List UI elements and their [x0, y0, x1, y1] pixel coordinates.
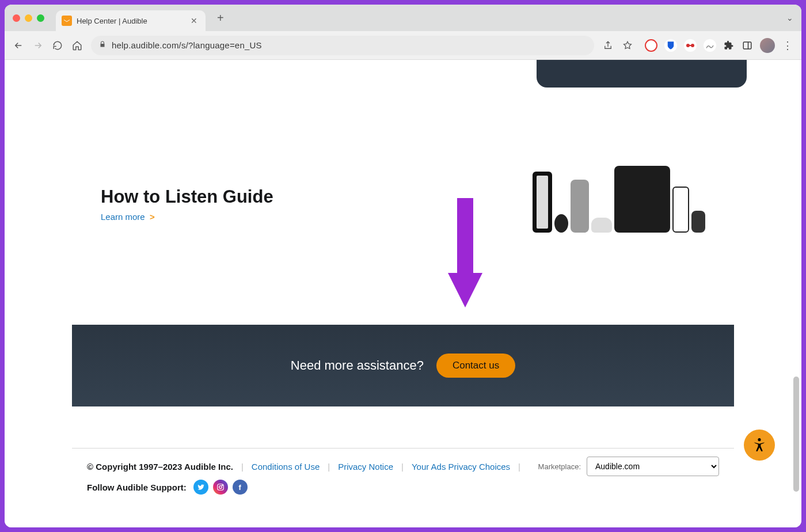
side-panel-icon[interactable]	[742, 40, 753, 51]
guide-heading: How to Listen Guide	[101, 187, 273, 207]
devices-image	[533, 152, 705, 233]
annotation-arrow	[442, 198, 488, 316]
lock-icon	[99, 41, 106, 50]
maximize-window-button[interactable]	[37, 14, 44, 22]
minimize-window-button[interactable]	[25, 14, 32, 22]
extension-bitwarden-icon[interactable]	[664, 39, 677, 52]
conditions-link[interactable]: Conditions of Use	[252, 462, 320, 472]
browser-toolbar: help.audible.com/s/?language=en_US	[5, 31, 801, 60]
marketplace-select[interactable]: Audible.com	[587, 457, 719, 476]
extension-adblock-icon[interactable]	[645, 39, 657, 52]
audible-favicon	[62, 16, 72, 26]
marketplace-label: Marketplace:	[538, 462, 581, 471]
svg-point-7	[758, 438, 761, 441]
contact-us-button[interactable]: Contact us	[436, 354, 515, 378]
listen-guide-section: How to Listen Guide Learn more >	[72, 187, 734, 267]
privacy-link[interactable]: Privacy Notice	[338, 462, 393, 472]
assistance-prompt: Need more assistance?	[291, 358, 424, 373]
browser-tab[interactable]: Help Center | Audible ✕	[56, 10, 206, 31]
window-controls	[13, 14, 44, 22]
tabs-dropdown-icon[interactable]: ⌄	[786, 13, 793, 22]
extensions-row: ⋮	[645, 38, 793, 53]
tab-title: Help Center | Audible	[77, 17, 186, 25]
close-tab-button[interactable]: ✕	[191, 16, 197, 25]
copyright-text: © Copyright 1997–2023 Audible Inc.	[87, 462, 233, 472]
previous-card-bottom	[537, 60, 747, 88]
share-icon[interactable]	[602, 40, 614, 51]
chevron-right-icon: >	[150, 212, 155, 222]
reload-button[interactable]	[52, 40, 63, 51]
new-tab-button[interactable]: +	[217, 12, 224, 25]
learn-more-link[interactable]: Learn more >	[101, 212, 155, 222]
scrollbar-thumb[interactable]	[793, 377, 799, 492]
footer: © Copyright 1997–2023 Audible Inc. | Con…	[72, 448, 734, 495]
forward-button[interactable]	[32, 40, 44, 51]
instagram-icon[interactable]	[213, 480, 228, 495]
svg-point-6	[222, 485, 222, 485]
home-button[interactable]	[71, 40, 83, 51]
extension-goggle-icon[interactable]	[684, 39, 697, 52]
chrome-menu-button[interactable]: ⋮	[782, 40, 793, 51]
address-bar[interactable]: help.audible.com/s/?language=en_US	[91, 36, 594, 55]
close-window-button[interactable]	[13, 14, 20, 22]
follow-label: Follow Audible Support:	[87, 482, 187, 492]
back-button[interactable]	[13, 40, 24, 51]
svg-rect-3	[743, 42, 751, 49]
accessibility-button[interactable]	[744, 430, 775, 461]
page-content: How to Listen Guide Learn more >	[72, 60, 734, 495]
url-text: help.audible.com/s/?language=en_US	[112, 40, 262, 50]
bookmark-star-icon[interactable]	[622, 40, 633, 51]
twitter-icon[interactable]	[193, 480, 208, 495]
profile-avatar[interactable]	[760, 38, 775, 53]
page-viewport: How to Listen Guide Learn more >	[5, 60, 801, 527]
titlebar: Help Center | Audible ✕ + ⌄	[5, 5, 801, 31]
svg-point-5	[219, 486, 222, 489]
facebook-icon[interactable]: f	[233, 480, 248, 495]
extensions-button[interactable]	[723, 40, 735, 51]
browser-window: Help Center | Audible ✕ + ⌄ help.audible…	[5, 5, 801, 527]
svg-rect-2	[689, 45, 691, 46]
assistance-banner: Need more assistance? Contact us	[72, 325, 734, 406]
extension-grey-icon[interactable]	[704, 39, 716, 52]
ads-privacy-link[interactable]: Your Ads Privacy Choices	[412, 462, 510, 472]
